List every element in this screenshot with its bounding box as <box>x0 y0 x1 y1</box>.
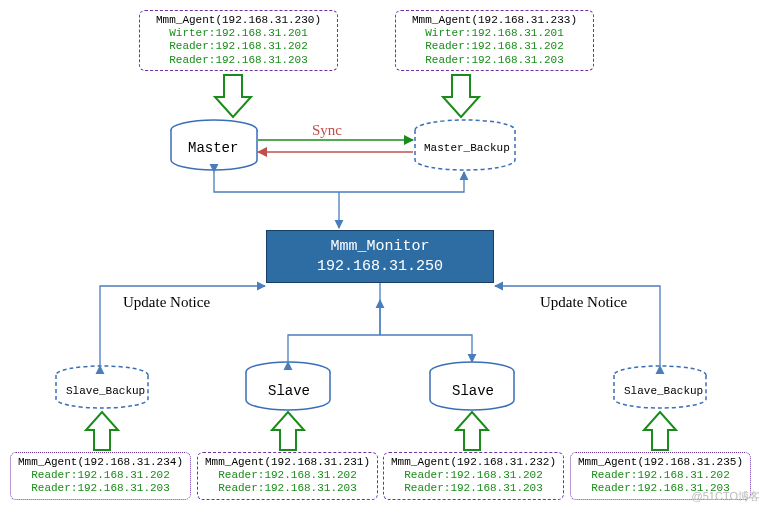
slave-1-label: Slave <box>268 383 310 399</box>
monitor-box: Mmm_Monitor 192.168.31.250 <box>266 230 494 283</box>
block-arrow-bottom-2 <box>456 412 488 450</box>
agent-box-bottom-2: Mmm_Agent(192.168.31.232) Reader:192.168… <box>383 452 564 500</box>
block-arrow-bottom-3 <box>644 412 676 450</box>
agent-box-master-backup: Mmm_Agent(192.168.31.233) Wirter:192.168… <box>395 10 594 71</box>
monitor-to-slaves <box>288 335 472 362</box>
watermark: @51CTO博客 <box>692 489 760 504</box>
slave-backup-right-label: Slave_Backup <box>624 385 703 397</box>
agent-box-bottom-1: Mmm_Agent(192.168.31.231) Reader:192.168… <box>197 452 378 500</box>
master-backup-label: Master_Backup <box>424 142 510 154</box>
update-notice-right: Update Notice <box>540 294 627 311</box>
sync-label: Sync <box>312 122 342 139</box>
agent-box-master: Mmm_Agent(192.168.31.230) Wirter:192.168… <box>139 10 338 71</box>
block-arrow-bottom-0 <box>86 412 118 450</box>
block-arrow-bottom-1 <box>272 412 304 450</box>
agent-box-bottom-0: Mmm_Agent(192.168.31.234) Reader:192.168… <box>10 452 191 500</box>
update-notice-left: Update Notice <box>123 294 210 311</box>
monitor-ip: 192.168.31.250 <box>267 257 493 277</box>
block-arrow-top-left <box>215 75 251 117</box>
master-label: Master <box>188 140 238 156</box>
block-arrow-top-right <box>443 75 479 117</box>
agent-title: Mmm_Agent(192.168.31.230) <box>146 14 331 27</box>
slave-backup-left-label: Slave_Backup <box>66 385 145 397</box>
monitor-name: Mmm_Monitor <box>267 237 493 257</box>
masters-link <box>214 172 464 192</box>
slave-2-label: Slave <box>452 383 494 399</box>
